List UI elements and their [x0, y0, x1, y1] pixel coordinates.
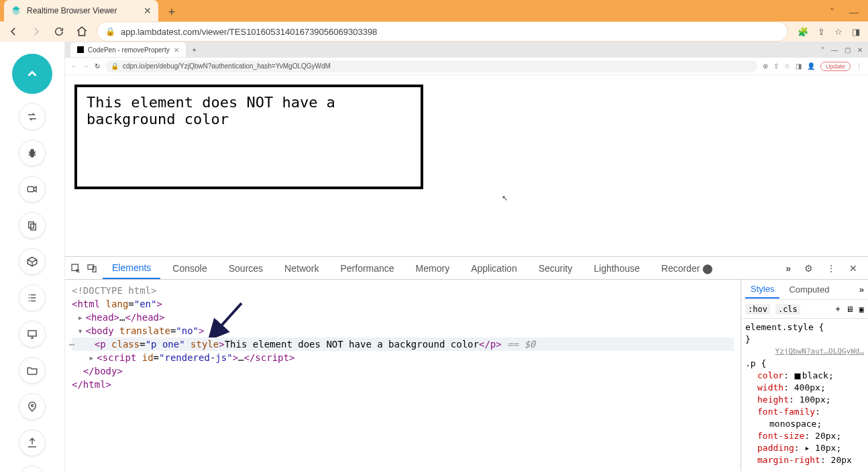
dom-html-close[interactable]: </html>	[72, 378, 734, 391]
devtools-menu-icon[interactable]: ⋮	[821, 263, 841, 274]
tab-elements[interactable]: Elements	[103, 258, 160, 279]
inner-address-bar[interactable]: 🔒 cdpn.io/pen/debug/YzjQbwN?authenticati…	[105, 60, 757, 72]
outer-toolbar: 🔒 app.lambdatest.com/viewer/TES101605314…	[0, 21, 868, 42]
new-rule-button[interactable]: +	[836, 305, 840, 314]
forward-button[interactable]	[28, 23, 44, 40]
inner-maximize-button[interactable]: ▢	[845, 46, 851, 54]
cursor-icon: ↖	[502, 194, 508, 203]
devtools-tabs: Elements Console Sources Network Perform…	[65, 257, 868, 280]
inner-close-tab-icon[interactable]: ✕	[174, 46, 179, 54]
sidepanel-icon[interactable]: ◨	[852, 27, 860, 37]
tab-performance[interactable]: Performance	[331, 258, 403, 278]
bug-icon[interactable]	[19, 140, 46, 166]
tab-memory[interactable]: Memory	[406, 258, 459, 278]
styles-tab-styles[interactable]: Styles	[745, 280, 779, 299]
folder-icon[interactable]	[19, 357, 46, 384]
styles-rules[interactable]: element.style { } YzjQbwN?aut…OLQGyWd… .…	[741, 319, 868, 471]
video-icon[interactable]	[19, 176, 46, 203]
svg-rect-3	[28, 331, 36, 336]
boxmodel-icon[interactable]: ▣	[859, 305, 864, 314]
box-icon[interactable]	[19, 248, 46, 275]
elements-panel[interactable]: <!DOCTYPE html> <html lang="en"> ▸<head>…	[65, 280, 741, 471]
device-toggle-icon[interactable]	[87, 263, 100, 274]
settings-icon[interactable]	[19, 466, 46, 471]
address-bar[interactable]: 🔒 app.lambdatest.com/viewer/TES101605314…	[97, 21, 788, 42]
tab-security[interactable]: Security	[529, 258, 582, 278]
styles-panel: Styles Computed » :hov .cls + 🖥 ▣	[741, 280, 868, 471]
inner-toolbar: ← → ↻ 🔒 cdpn.io/pen/debug/YzjQbwN?authen…	[65, 58, 868, 75]
inner-star-icon[interactable]: ☆	[784, 62, 790, 70]
hov-toggle[interactable]: :hov	[745, 304, 770, 315]
list-icon[interactable]	[19, 284, 46, 311]
inner-share-icon[interactable]: ⇪	[773, 62, 779, 70]
share-icon[interactable]: ⇪	[818, 27, 825, 37]
devtools: Elements Console Sources Network Perform…	[65, 256, 868, 471]
reload-button[interactable]	[51, 23, 67, 40]
tab-sources[interactable]: Sources	[219, 258, 272, 278]
extension-icon[interactable]: 🧩	[798, 27, 808, 37]
devtools-settings-icon[interactable]: ⚙	[799, 263, 818, 274]
dom-head[interactable]: ▸<head>…</head>	[72, 311, 734, 324]
inner-forward-button[interactable]: →	[83, 62, 89, 70]
copy-icon[interactable]	[19, 212, 46, 239]
dom-html-open[interactable]: <html lang="en">	[72, 297, 734, 311]
tab-network[interactable]: Network	[275, 258, 328, 278]
inner-new-tab-button[interactable]: +	[188, 46, 201, 54]
rule-source-link[interactable]: YzjQbwN?aut…OLQGyWd…	[745, 346, 864, 358]
lambdatest-favicon	[11, 5, 21, 16]
dom-script[interactable]: ▸<script id="rendered-js">…</script>	[72, 351, 734, 364]
rule-selector: .p {	[745, 358, 864, 370]
inner-url-text: cdpn.io/pen/debug/YzjQbwN?authentication…	[123, 62, 331, 70]
window-controls: ˅ — ▢	[830, 7, 868, 21]
chevron-down-icon[interactable]: ˅	[830, 7, 834, 17]
inner-back-button[interactable]: ←	[70, 62, 77, 70]
home-button[interactable]	[74, 23, 90, 40]
inner-tab-title: CodePen - removeProperty	[88, 46, 170, 54]
lock-icon: 🔒	[105, 27, 115, 36]
tab-lighthouse[interactable]: Lighthouse	[584, 258, 649, 278]
inner-chevron-down-icon[interactable]: ˅	[821, 46, 824, 54]
element-picker-icon[interactable]	[70, 263, 84, 274]
dom-body-open[interactable]: ▾<body translate="no">	[72, 324, 734, 337]
outer-tabstrip: Realtime Browser Viewer ✕ + ˅ — ▢	[0, 0, 868, 21]
tab-recorder[interactable]: Recorder ⬤	[652, 258, 722, 278]
tab-console[interactable]: Console	[163, 258, 216, 278]
dom-p-element[interactable]: ⋯ <p class="p one" style>This element do…	[72, 337, 734, 351]
styles-tab-computed[interactable]: Computed	[783, 281, 834, 298]
tabs-overflow-icon[interactable]: »	[780, 263, 796, 274]
lambdatest-sidebar	[0, 42, 64, 471]
inner-profile-icon[interactable]: 👤	[807, 62, 815, 70]
collapse-up-button[interactable]	[12, 54, 52, 94]
new-tab-button[interactable]: +	[162, 3, 181, 21]
codepen-favicon	[77, 46, 84, 53]
screen-icon[interactable]	[19, 321, 46, 348]
devtools-close-icon[interactable]: ✕	[844, 263, 863, 274]
switch-icon[interactable]	[19, 103, 46, 130]
update-button[interactable]: Update	[820, 62, 851, 71]
inner-minimize-button[interactable]: —	[831, 46, 838, 54]
inner-close-button[interactable]: ✕	[857, 46, 863, 54]
url-text: app.lambdatest.com/viewer/TES10160531401…	[121, 27, 377, 37]
tab-title: Realtime Browser Viewer	[27, 6, 138, 15]
close-tab-icon[interactable]: ✕	[144, 5, 152, 16]
device-icon[interactable]: 🖥	[846, 305, 854, 314]
inner-tabstrip: CodePen - removeProperty ✕ + ˅ — ▢ ✕	[65, 42, 868, 58]
bookmark-star-icon[interactable]: ☆	[834, 27, 843, 37]
tab-application[interactable]: Application	[462, 258, 527, 278]
inner-tab[interactable]: CodePen - removeProperty ✕	[70, 42, 186, 57]
outer-tab[interactable]: Realtime Browser Viewer ✕	[4, 0, 158, 21]
inner-lock-icon: 🔒	[111, 62, 119, 70]
location-icon[interactable]	[19, 393, 46, 420]
dom-doctype: <!DOCTYPE html>	[72, 285, 156, 296]
inner-ext-icon[interactable]: ◨	[796, 62, 802, 70]
minimize-button[interactable]: —	[849, 7, 859, 17]
dom-body-close[interactable]: </body>	[72, 364, 734, 378]
inner-reload-button[interactable]: ↻	[95, 62, 100, 70]
inner-menu-icon[interactable]: ⋮	[856, 62, 863, 70]
cls-toggle[interactable]: .cls	[775, 304, 800, 315]
rendered-page: This element does NOT have a background …	[65, 75, 868, 256]
inner-zoom-icon[interactable]: ⊕	[763, 62, 768, 70]
styles-overflow-icon[interactable]: »	[859, 284, 864, 295]
back-button[interactable]	[5, 23, 21, 40]
upload-icon[interactable]	[19, 429, 46, 456]
